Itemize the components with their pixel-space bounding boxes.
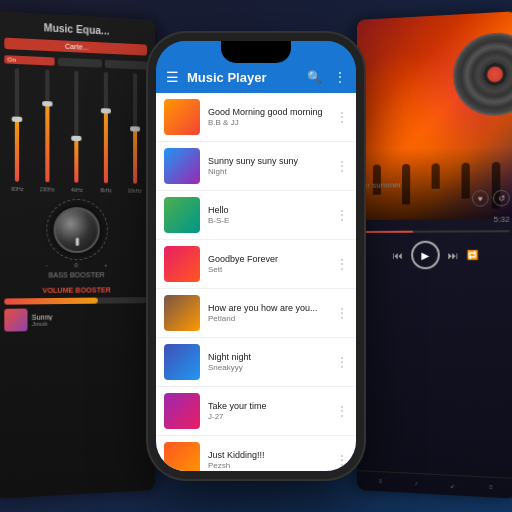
next-button[interactable]: ⏭: [448, 249, 458, 260]
song-more-button[interactable]: ⋮: [336, 159, 348, 173]
song-info: Take your timeJ-27: [208, 401, 332, 421]
song-artist: Sneakyyy: [208, 363, 332, 372]
eq-slider-8khz[interactable]: 8kHz: [94, 71, 119, 193]
song-title: Sunny suny suny suny: [208, 156, 332, 166]
eq-slider-60hz[interactable]: 60Hz: [4, 68, 30, 193]
song-info: Sunny suny suny sunyNight: [208, 156, 332, 176]
eq-title: Music Equa...: [4, 20, 147, 39]
song-thumbnail: [164, 148, 200, 184]
repeat-icon[interactable]: ↺: [493, 190, 510, 207]
song-thumbnail: [164, 295, 200, 331]
eq-sliders: 60Hz 230Hz 4kHz 8kHz: [4, 68, 147, 194]
song-more-button[interactable]: ⋮: [336, 306, 348, 320]
heart-icon[interactable]: ♥: [472, 190, 489, 207]
np-label: er summer: [363, 178, 510, 190]
song-more-button[interactable]: ⋮: [336, 257, 348, 271]
song-thumbnail: [164, 344, 200, 380]
song-more-button[interactable]: ⋮: [336, 208, 348, 222]
song-title: Night night: [208, 352, 332, 362]
np-nav-equalizer[interactable]: ≡: [379, 478, 383, 485]
song-item[interactable]: Night nightSneakyyy⋮: [156, 338, 356, 387]
np-action-icons: ♥ ↺: [363, 190, 510, 208]
song-title: Just Kidding!!!: [208, 450, 332, 460]
song-thumbnail: [164, 442, 200, 471]
song-artist: Pezsh: [208, 461, 332, 470]
song-more-button[interactable]: ⋮: [336, 110, 348, 124]
song-title: Hello: [208, 205, 332, 215]
progress-fill: [363, 231, 413, 233]
song-item[interactable]: HelloB-S-E⋮: [156, 191, 356, 240]
song-info: How are you how are you...Petland: [208, 303, 332, 323]
phone-notch: [221, 41, 291, 63]
song-thumbnail: [164, 197, 200, 233]
more-icon[interactable]: ⋮: [334, 70, 346, 84]
song-item[interactable]: Sunny suny suny sunyNight⋮: [156, 142, 356, 191]
mini-album-art: [4, 309, 27, 332]
song-info: Night nightSneakyyy: [208, 352, 332, 372]
song-item[interactable]: Good Morning good morningB.B & JJ⋮: [156, 93, 356, 142]
song-artist: Sett: [208, 265, 332, 274]
track-time: 5:32: [363, 215, 510, 225]
song-artist: Night: [208, 167, 332, 176]
song-info: Just Kidding!!!Pezsh: [208, 450, 332, 470]
volume-bar[interactable]: [4, 297, 147, 305]
eq-slider-16khz[interactable]: 16kHz: [122, 73, 147, 194]
now-playing-info: er summer ♥ ↺ 5:32 ⏮ ▶ ⏭ 🔁: [357, 172, 512, 276]
phone-frame: ☰ Music Player 🔍 ⋮ Good Morning good mor…: [156, 41, 356, 471]
song-more-button[interactable]: ⋮: [336, 453, 348, 467]
song-info: HelloB-S-E: [208, 205, 332, 225]
play-pause-button[interactable]: ▶: [411, 241, 440, 270]
song-item[interactable]: How are you how are you...Petland⋮: [156, 289, 356, 338]
song-item[interactable]: Just Kidding!!!Pezsh⋮: [156, 436, 356, 471]
search-icon[interactable]: 🔍: [307, 70, 322, 84]
playback-controls: ⏮ ▶ ⏭ 🔁: [363, 240, 510, 269]
np-nav-download[interactable]: ↙: [451, 482, 456, 489]
song-artist: Petland: [208, 314, 332, 323]
equalizer-panel: Music Equa... Carte... On 60Hz 230Hz: [0, 11, 155, 499]
volume-label: VOLUME BOOSTER: [4, 286, 147, 294]
now-playing-panel: er summer ♥ ↺ 5:32 ⏮ ▶ ⏭ 🔁 ≡ ♪ ↙ ≡: [357, 11, 512, 499]
song-title: Goodbye Forever: [208, 254, 332, 264]
song-info: Goodbye ForeverSett: [208, 254, 332, 274]
song-more-button[interactable]: ⋮: [336, 404, 348, 418]
song-info: Good Morning good morningB.B & JJ: [208, 107, 332, 127]
mini-player: Sunny Jossk: [4, 307, 147, 332]
app-title: Music Player: [187, 70, 299, 85]
bass-label: BASS BOOSTER: [48, 271, 104, 278]
np-nav-music[interactable]: ♪: [415, 480, 418, 487]
eq-slider-230hz[interactable]: 230Hz: [34, 69, 60, 193]
song-thumbnail: [164, 99, 200, 135]
song-item[interactable]: Goodbye ForeverSett⋮: [156, 240, 356, 289]
menu-icon[interactable]: ☰: [166, 69, 179, 85]
song-title: Good Morning good morning: [208, 107, 332, 117]
song-artist: J-27: [208, 412, 332, 421]
volume-section: VOLUME BOOSTER: [4, 286, 147, 305]
song-title: How are you how are you...: [208, 303, 332, 313]
eq-slider-4khz[interactable]: 4kHz: [64, 70, 89, 193]
song-more-button[interactable]: ⋮: [336, 355, 348, 369]
bass-knob[interactable]: [54, 206, 100, 252]
song-thumbnail: [164, 246, 200, 282]
song-artist: B-S-E: [208, 216, 332, 225]
np-nav-list[interactable]: ≡: [489, 484, 493, 491]
prev-button[interactable]: ⏮: [393, 249, 403, 260]
bass-knob-area: - 0 + BASS BOOSTER: [4, 198, 147, 279]
progress-bar[interactable]: [363, 230, 510, 233]
song-artist: B.B & JJ: [208, 118, 332, 127]
eq-preset-btn[interactable]: Carte...: [4, 38, 147, 56]
song-thumbnail: [164, 393, 200, 429]
song-item[interactable]: Take your timeJ-27⋮: [156, 387, 356, 436]
phone-screen: ☰ Music Player 🔍 ⋮ Good Morning good mor…: [156, 41, 356, 471]
song-title: Take your time: [208, 401, 332, 411]
song-list: Good Morning good morningB.B & JJ⋮Sunny …: [156, 93, 356, 471]
eq-presets: Carte...: [4, 38, 147, 56]
repeat-button[interactable]: 🔁: [467, 250, 478, 260]
